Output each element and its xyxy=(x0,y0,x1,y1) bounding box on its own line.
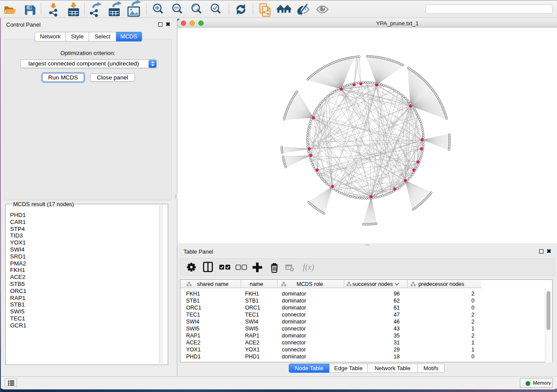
svg-text:predecessor nodes: predecessor nodes xyxy=(419,281,464,287)
svg-text:successor nodes: successor nodes xyxy=(353,281,393,287)
svg-text:f(x): f(x) xyxy=(303,262,314,272)
svg-text:name: name xyxy=(250,281,263,287)
svg-text:shared name: shared name xyxy=(197,281,228,287)
svg-text:MCDS role: MCDS role xyxy=(297,281,323,287)
